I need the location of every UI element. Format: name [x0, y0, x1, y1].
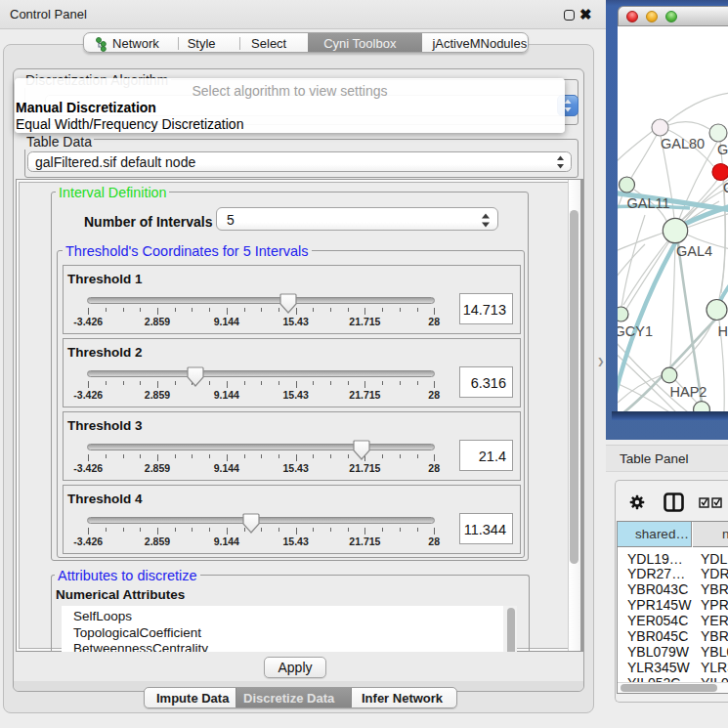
svg-text:CY: CY [723, 180, 728, 195]
svg-text:HI: HI [718, 323, 728, 339]
svg-text:GAL11: GAL11 [627, 195, 670, 211]
svg-text:GAL80: GAL80 [661, 136, 705, 151]
svg-text:GAL4: GAL4 [676, 243, 712, 259]
svg-text:HAP2: HAP2 [670, 384, 707, 400]
svg-text:GA: GA [717, 142, 728, 157]
svg-text:GCY1: GCY1 [618, 323, 653, 339]
